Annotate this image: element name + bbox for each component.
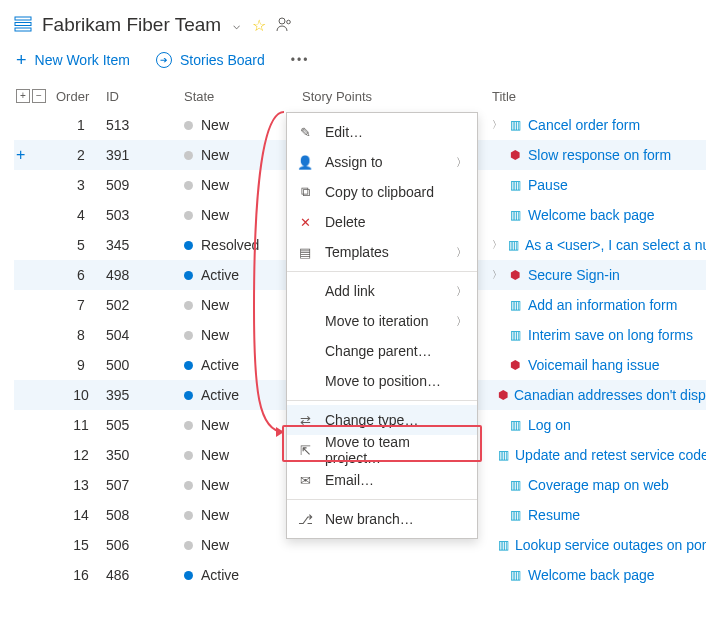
work-item-title-link[interactable]: Cancel order form xyxy=(528,117,640,133)
state-dot-icon xyxy=(184,121,193,130)
work-item-title-link[interactable]: Lookup service outages on portal xyxy=(515,537,706,553)
id-value: 507 xyxy=(106,477,184,493)
work-item-title-link[interactable]: Slow response on form xyxy=(528,147,671,163)
order-value: 14 xyxy=(56,507,106,523)
col-id[interactable]: ID xyxy=(106,89,184,104)
menu-change-parent[interactable]: Change parent… xyxy=(287,336,477,366)
expand-caret-icon[interactable]: 〉 xyxy=(492,238,502,252)
title-cell: ▥Welcome back page xyxy=(492,207,706,223)
work-item-title-link[interactable]: As a <user>, I can select a number ... xyxy=(525,237,706,253)
work-item-title-link[interactable]: Add an information form xyxy=(528,297,677,313)
id-value: 513 xyxy=(106,117,184,133)
id-value: 505 xyxy=(106,417,184,433)
chevron-right-icon: 〉 xyxy=(456,245,467,260)
column-headers: + − Order ID State Story Points Title xyxy=(14,82,706,110)
state-dot-icon xyxy=(184,361,193,370)
work-item-title-link[interactable]: Voicemail hang issue xyxy=(528,357,660,373)
menu-assign-to[interactable]: 👤Assign to〉 xyxy=(287,147,477,177)
chevron-down-icon[interactable]: ⌵ xyxy=(231,18,242,32)
title-cell: ⬢Voicemail hang issue xyxy=(492,357,706,373)
new-work-item-button[interactable]: + New Work Item xyxy=(16,52,130,68)
person-icon: 👤 xyxy=(297,155,313,170)
state-cell: New xyxy=(184,537,302,553)
user-story-icon: ▥ xyxy=(508,118,522,132)
title-cell: 〉▥Cancel order form xyxy=(492,117,706,133)
state-dot-icon xyxy=(184,541,193,550)
title-cell: ▥Coverage map on web xyxy=(492,477,706,493)
bug-icon: ⬢ xyxy=(498,388,508,402)
title-cell: 〉▥As a <user>, I can select a number ... xyxy=(492,237,706,253)
col-state[interactable]: State xyxy=(184,89,302,104)
team-title[interactable]: Fabrikam Fiber Team xyxy=(42,14,221,36)
title-cell: ▥Pause xyxy=(492,177,706,193)
menu-move-position[interactable]: Move to position… xyxy=(287,366,477,396)
state-value: New xyxy=(201,447,229,463)
collapse-all-icon[interactable]: − xyxy=(32,89,46,103)
favorite-star-icon[interactable]: ☆ xyxy=(252,16,266,35)
work-item-title-link[interactable]: Canadian addresses don't display xyxy=(514,387,706,403)
order-value: 6 xyxy=(56,267,106,283)
work-item-title-link[interactable]: Secure Sign-in xyxy=(528,267,620,283)
work-item-title-link[interactable]: Welcome back page xyxy=(528,567,655,583)
toolbar-more-icon[interactable]: ••• xyxy=(291,53,310,67)
col-points[interactable]: Story Points xyxy=(302,89,492,104)
work-item-title-link[interactable]: Log on xyxy=(528,417,571,433)
state-value: New xyxy=(201,117,229,133)
title-cell: ▥Interim save on long forms xyxy=(492,327,706,343)
menu-templates[interactable]: ▤Templates〉 xyxy=(287,237,477,267)
state-cell: New xyxy=(184,477,302,493)
state-dot-icon xyxy=(184,331,193,340)
col-title[interactable]: Title xyxy=(492,89,706,104)
state-dot-icon xyxy=(184,181,193,190)
state-value: New xyxy=(201,147,229,163)
menu-copy-clipboard[interactable]: ⧉Copy to clipboard xyxy=(287,177,477,207)
insert-row-icon[interactable]: + xyxy=(14,146,56,164)
work-item-title-link[interactable]: Resume xyxy=(528,507,580,523)
menu-edit[interactable]: ✎Edit… xyxy=(287,117,477,147)
order-value: 5 xyxy=(56,237,106,253)
state-cell: New xyxy=(184,207,302,223)
chevron-right-icon: 〉 xyxy=(456,284,467,299)
expand-caret-icon[interactable]: 〉 xyxy=(492,118,502,132)
stories-board-button[interactable]: ➔ Stories Board xyxy=(156,52,265,68)
menu-change-type[interactable]: ⇄Change type… xyxy=(287,405,477,435)
state-dot-icon xyxy=(184,241,193,250)
menu-move-team-project[interactable]: ⇱Move to team project… xyxy=(287,435,477,465)
col-order[interactable]: Order xyxy=(56,89,106,104)
order-value: 16 xyxy=(56,567,106,583)
work-item-title-link[interactable]: Coverage map on web xyxy=(528,477,669,493)
work-item-title-link[interactable]: Update and retest service code xyxy=(515,447,706,463)
menu-email[interactable]: ✉Email… xyxy=(287,465,477,495)
menu-new-branch[interactable]: ⎇New branch… xyxy=(287,504,477,534)
work-item-title-link[interactable]: Interim save on long forms xyxy=(528,327,693,343)
board-icon xyxy=(14,15,32,36)
order-value: 10 xyxy=(56,387,106,403)
bug-icon: ⬢ xyxy=(508,358,522,372)
mail-icon: ✉ xyxy=(297,473,313,488)
swap-icon: ⇄ xyxy=(297,413,313,428)
user-story-icon: ▥ xyxy=(508,178,522,192)
expand-caret-icon[interactable]: 〉 xyxy=(492,268,502,282)
id-value: 509 xyxy=(106,177,184,193)
state-cell: New xyxy=(184,147,302,163)
order-value: 13 xyxy=(56,477,106,493)
table-row[interactable]: +16486Active▥Welcome back page xyxy=(14,560,706,590)
menu-add-link[interactable]: Add link〉 xyxy=(287,276,477,306)
user-story-icon: ▥ xyxy=(508,508,522,522)
id-value: 500 xyxy=(106,357,184,373)
state-value: New xyxy=(201,537,229,553)
id-value: 506 xyxy=(106,537,184,553)
team-members-icon[interactable] xyxy=(276,16,292,35)
state-cell: New xyxy=(184,297,302,313)
state-value: New xyxy=(201,297,229,313)
work-item-title-link[interactable]: Welcome back page xyxy=(528,207,655,223)
menu-move-iteration[interactable]: Move to iteration〉 xyxy=(287,306,477,336)
svg-point-4 xyxy=(287,20,291,24)
user-story-icon: ▥ xyxy=(508,478,522,492)
user-story-icon: ▥ xyxy=(508,418,522,432)
title-cell: ▥Log on xyxy=(492,417,706,433)
work-item-title-link[interactable]: Pause xyxy=(528,177,568,193)
expand-all-icon[interactable]: + xyxy=(16,89,30,103)
menu-delete[interactable]: ✕Delete xyxy=(287,207,477,237)
title-cell: ▥Welcome back page xyxy=(492,567,706,583)
